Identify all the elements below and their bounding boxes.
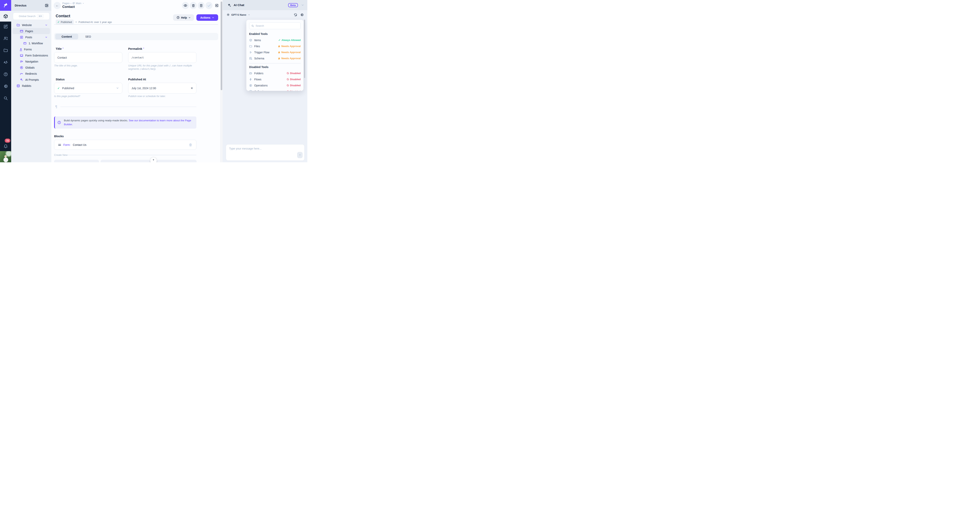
trash-icon[interactable] <box>189 143 192 146</box>
clear-icon[interactable]: ✕ <box>191 86 193 90</box>
sidebar-item-ai-prompts[interactable]: AI Prompts <box>13 76 50 83</box>
ban-icon <box>286 90 289 91</box>
permalink-hint: Unique URL for this page (start with /, … <box>128 64 196 70</box>
directus-logo[interactable] <box>0 0 11 11</box>
global-search[interactable]: Global Search ⌘K <box>13 13 49 20</box>
sidebar-item-label: Website <box>22 24 32 27</box>
tool-row-operations[interactable]: Operations Disabled <box>249 82 301 88</box>
check-icon: ✓ <box>57 21 60 24</box>
sidebar-item-redirects[interactable]: Redirects <box>13 70 50 76</box>
arrow-left-icon: ← <box>56 3 59 8</box>
ai-settings-gear-icon[interactable] <box>300 13 304 17</box>
chat-input-box[interactable] <box>226 144 305 161</box>
module-settings-button[interactable] <box>0 82 11 91</box>
breadcrumb[interactable]: Pages • Main <box>62 2 84 5</box>
sidebar-item-workflow[interactable]: 1. Workflow <box>13 40 50 46</box>
folder-icon <box>3 48 8 53</box>
module-insights-button[interactable] <box>0 58 11 67</box>
play-icon <box>249 51 252 54</box>
article-icon <box>20 35 23 39</box>
popover-divider <box>249 63 301 64</box>
preview-button[interactable] <box>182 2 189 9</box>
tool-row-schema[interactable]: Schema Needs Approval <box>249 55 301 61</box>
meta-separator: • <box>76 21 76 24</box>
chevron-down-icon[interactable] <box>45 36 48 38</box>
module-files-button[interactable] <box>0 46 11 55</box>
published-at-input[interactable]: July 1st, 2024 12:00 ✕ <box>128 83 196 94</box>
sidebar-item-label: 1. Workflow <box>29 42 43 45</box>
module-content-active[interactable] <box>0 11 11 22</box>
ai-tools-popover: Enabled Tools Items ✓Always Allowed File… <box>246 20 304 91</box>
scroll-down-button[interactable] <box>150 158 157 162</box>
folder-star-icon <box>16 23 20 27</box>
save-button[interactable] <box>205 2 212 9</box>
notifications-button[interactable] <box>0 142 11 151</box>
sidebar-item-rabbits[interactable]: Rabbits <box>13 83 50 89</box>
tool-row-folders[interactable]: Folders Disabled <box>249 70 301 76</box>
tools-search[interactable] <box>249 22 301 29</box>
model-selector[interactable]: GPT-5 Nano <box>231 13 247 16</box>
tool-row-trigger-flow[interactable]: Trigger Flow Needs Approval <box>249 49 301 55</box>
clear-history-icon[interactable] <box>294 13 298 17</box>
module-docs-button[interactable] <box>0 70 11 79</box>
sidebar-item-navigation[interactable]: Navigation <box>13 59 50 64</box>
notification-count-badge: 72 <box>5 138 10 143</box>
sidebar-item-form-submissions[interactable]: Form Submissions <box>13 53 50 59</box>
block-item[interactable]: Form: Contact Us <box>54 140 196 150</box>
breadcrumb-collection[interactable]: Pages <box>62 2 70 5</box>
arrow-down-icon <box>152 159 154 161</box>
caret-down-icon[interactable] <box>248 14 250 16</box>
module-users-button[interactable] <box>0 34 11 43</box>
chat-message-input[interactable] <box>226 145 304 161</box>
main-scrollbar-thumb[interactable] <box>221 2 222 90</box>
browser-icon <box>20 29 23 33</box>
project-header[interactable]: Directus <box>11 0 51 11</box>
create-block-placeholder[interactable] <box>100 160 150 162</box>
sidebar-item-website[interactable]: Website <box>13 22 50 28</box>
sidebar-item-posts[interactable]: Posts <box>13 34 50 40</box>
create-block-placeholder[interactable] <box>157 160 197 162</box>
sidebar-item-label: Forms <box>24 48 32 51</box>
sidebar-item-forms[interactable]: A Forms <box>13 46 50 53</box>
tool-row-files[interactable]: Files Needs Approval <box>249 43 301 49</box>
back-button[interactable]: ← <box>54 2 61 9</box>
project-name: Directus <box>15 4 45 7</box>
tool-row-flows[interactable]: Flows Disabled <box>249 76 301 82</box>
tab-content[interactable]: Content <box>55 34 78 40</box>
disabled-tools-heading: Disabled Tools <box>249 65 301 68</box>
delete-button[interactable] <box>190 2 197 9</box>
bolt-circle-icon <box>249 84 252 87</box>
create-new-label: Create New <box>54 153 68 156</box>
user-avatar[interactable] <box>0 151 11 162</box>
ai-scrollbar-thumb[interactable] <box>304 20 305 78</box>
breadcrumb-version[interactable]: Main <box>76 2 81 5</box>
tab-seo[interactable]: SEO <box>79 34 97 40</box>
sidebar-item-label: Posts <box>25 36 32 39</box>
sidebar-item-label: Rabbits <box>22 84 31 88</box>
module-search-button[interactable] <box>0 94 11 102</box>
send-message-button[interactable]: ↑ <box>297 152 302 158</box>
status-select[interactable]: ✓ Published <box>54 83 122 94</box>
drag-handle-icon[interactable] <box>58 144 61 146</box>
toggle-right-panel-button[interactable] <box>213 2 220 9</box>
tool-row-items[interactable]: Items ✓Always Allowed <box>249 37 301 43</box>
actions-button[interactable]: Actions <box>196 14 218 21</box>
tool-row-collections[interactable]: Collections Disabled <box>249 88 301 91</box>
permalink-input[interactable]: /contact <box>128 52 196 63</box>
chevron-down-icon[interactable] <box>301 3 304 7</box>
chevron-down-icon[interactable] <box>45 24 48 27</box>
header-actions <box>182 2 220 9</box>
sparkles-icon <box>20 78 23 81</box>
collapse-sidebar-icon[interactable] <box>45 3 49 8</box>
title-input[interactable]: Contact <box>54 52 122 63</box>
sidebar-item-pages[interactable]: Pages <box>13 28 50 34</box>
status-field-label: Status <box>56 78 65 81</box>
archive-button[interactable] <box>197 2 205 9</box>
module-editor-button[interactable] <box>0 22 11 31</box>
sidebar-item-globals[interactable]: Globals <box>13 64 50 70</box>
permalink-field-label: Permalink * <box>128 47 144 51</box>
help-button[interactable]: Help <box>173 14 194 21</box>
create-block-placeholder[interactable] <box>54 160 99 162</box>
tools-search-input[interactable] <box>256 24 299 27</box>
help-circle-icon <box>3 72 8 76</box>
